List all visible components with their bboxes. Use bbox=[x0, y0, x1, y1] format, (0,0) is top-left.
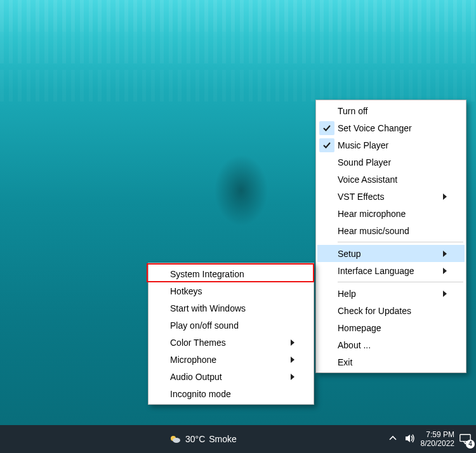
menu-item-label: Hear microphone bbox=[336, 209, 440, 219]
menu-item-label: Interface Language bbox=[336, 266, 440, 276]
menu-item-label: Microphone bbox=[169, 355, 288, 365]
menu-item-label: Homepage bbox=[336, 323, 440, 333]
menu-item-help[interactable]: Help bbox=[317, 285, 465, 302]
menu-item-hear-music-sound[interactable]: Hear music/sound bbox=[317, 222, 465, 239]
wallpaper-ripple bbox=[0, 32, 476, 63]
submenu-item-audio-output[interactable]: Audio Output bbox=[150, 368, 312, 385]
menu-item-homepage[interactable]: Homepage bbox=[317, 319, 465, 336]
menu-item-label: Voice Assistant bbox=[336, 174, 440, 185]
setup-submenu[interactable]: System Integration Hotkeys Start with Wi… bbox=[148, 263, 314, 405]
menu-item-label: Color Themes bbox=[169, 338, 288, 348]
submenu-item-play-onoff-sound[interactable]: Play on/off sound bbox=[150, 317, 312, 334]
taskbar-weather[interactable]: 30°C Smoke bbox=[169, 433, 237, 445]
taskbar-clock[interactable]: 7:59 PM 8/20/2022 bbox=[421, 430, 454, 448]
menu-item-label: Check for Updates bbox=[336, 306, 440, 316]
weather-temp: 30°C bbox=[185, 434, 205, 444]
taskbar[interactable]: 30°C Smoke 7:59 PM 8/20/2022 bbox=[0, 425, 476, 453]
menu-item-label: Start with Windows bbox=[169, 303, 288, 313]
menu-item-exit[interactable]: Exit bbox=[317, 353, 465, 371]
submenu-arrow-icon bbox=[440, 291, 449, 297]
submenu-item-incognito-mode[interactable]: Incognito mode bbox=[150, 385, 312, 402]
menu-item-about[interactable]: About ... bbox=[317, 336, 465, 353]
submenu-arrow-icon bbox=[440, 268, 449, 274]
clock-date: 8/20/2022 bbox=[421, 439, 454, 448]
menu-item-label: Setup bbox=[336, 249, 440, 259]
menu-item-voice-assistant[interactable]: Voice Assistant bbox=[317, 171, 465, 188]
menu-separator bbox=[338, 242, 463, 242]
submenu-arrow-icon bbox=[440, 194, 449, 200]
submenu-item-hotkeys[interactable]: Hotkeys bbox=[150, 282, 312, 299]
submenu-item-microphone[interactable]: Microphone bbox=[150, 351, 312, 368]
menu-item-label: Hear music/sound bbox=[336, 226, 440, 236]
wallpaper-ripple bbox=[0, 0, 476, 32]
wallpaper-ripple bbox=[0, 70, 476, 102]
submenu-arrow-icon bbox=[440, 251, 449, 257]
menu-item-interface-language[interactable]: Interface Language bbox=[317, 262, 465, 279]
action-center-icon[interactable]: 4 bbox=[458, 432, 472, 446]
tray-overflow-icon[interactable] bbox=[389, 434, 397, 444]
submenu-item-color-themes[interactable]: Color Themes bbox=[150, 334, 312, 351]
clock-time: 7:59 PM bbox=[426, 430, 454, 439]
notification-badge: 4 bbox=[466, 440, 475, 449]
menu-item-label: Set Voice Changer bbox=[336, 123, 440, 133]
menu-item-check-updates[interactable]: Check for Updates bbox=[317, 302, 465, 319]
menu-item-label: Turn off bbox=[336, 106, 440, 116]
tray-context-menu[interactable]: Turn off Set Voice Changer Music Player … bbox=[315, 100, 466, 373]
menu-item-hear-microphone[interactable]: Hear microphone bbox=[317, 205, 465, 222]
weather-desc: Smoke bbox=[209, 434, 237, 444]
menu-item-set-voice-changer[interactable]: Set Voice Changer bbox=[317, 119, 465, 136]
menu-item-label: Incognito mode bbox=[169, 389, 288, 399]
svg-point-1 bbox=[173, 438, 180, 443]
menu-item-label: Help bbox=[336, 289, 440, 299]
checkmark-icon bbox=[317, 121, 336, 135]
menu-item-setup[interactable]: Setup bbox=[317, 245, 465, 262]
menu-item-label: Music Player bbox=[336, 140, 440, 150]
menu-item-label: System Integration bbox=[169, 269, 288, 279]
menu-item-vst-effects[interactable]: VST Effects bbox=[317, 188, 465, 205]
menu-separator bbox=[338, 282, 463, 282]
submenu-arrow-icon bbox=[288, 357, 297, 363]
menu-item-turn-off[interactable]: Turn off bbox=[317, 102, 465, 119]
menu-item-label: VST Effects bbox=[336, 192, 440, 202]
menu-item-label: About ... bbox=[336, 340, 440, 350]
submenu-arrow-icon bbox=[288, 339, 297, 346]
desktop-wallpaper: Turn off Set Voice Changer Music Player … bbox=[0, 0, 476, 453]
menu-item-sound-player[interactable]: Sound Player bbox=[317, 154, 465, 171]
submenu-arrow-icon bbox=[288, 374, 297, 380]
menu-item-label: Sound Player bbox=[336, 157, 440, 167]
submenu-item-system-integration[interactable]: System Integration bbox=[150, 265, 312, 282]
weather-icon bbox=[169, 433, 182, 445]
menu-item-label: Audio Output bbox=[169, 372, 288, 382]
submenu-item-start-with-windows[interactable]: Start with Windows bbox=[150, 299, 312, 317]
speaker-icon[interactable] bbox=[404, 433, 416, 446]
menu-item-label: Hotkeys bbox=[169, 286, 288, 296]
menu-item-label: Exit bbox=[336, 357, 440, 367]
menu-item-label: Play on/off sound bbox=[169, 320, 288, 331]
system-tray[interactable] bbox=[389, 433, 416, 446]
menu-item-music-player[interactable]: Music Player bbox=[317, 136, 465, 154]
checkmark-icon bbox=[317, 138, 336, 152]
